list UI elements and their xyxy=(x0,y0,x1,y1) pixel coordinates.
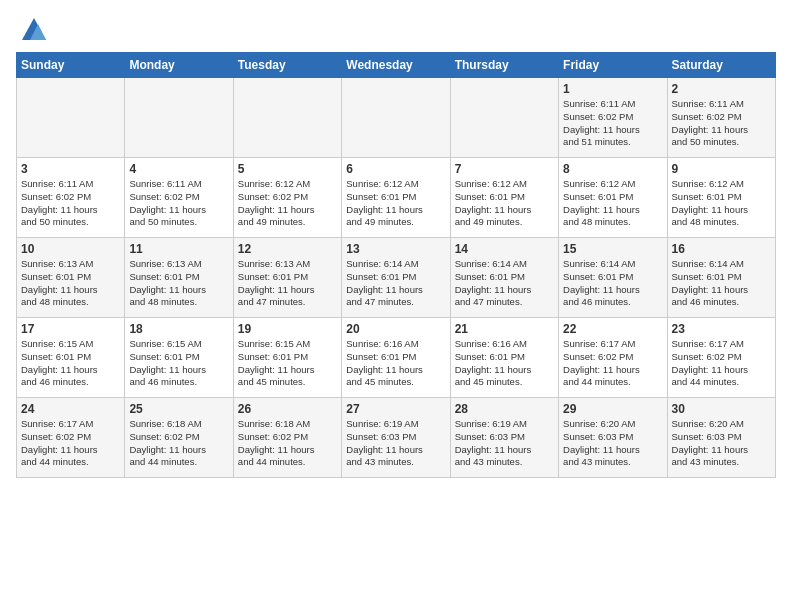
page-header xyxy=(16,16,776,44)
calendar-week-3: 10Sunrise: 6:13 AM Sunset: 6:01 PM Dayli… xyxy=(17,238,776,318)
calendar-cell xyxy=(125,78,233,158)
day-info: Sunrise: 6:16 AM Sunset: 6:01 PM Dayligh… xyxy=(455,338,554,389)
day-number: 2 xyxy=(672,82,771,96)
calendar-cell: 1Sunrise: 6:11 AM Sunset: 6:02 PM Daylig… xyxy=(559,78,667,158)
day-info: Sunrise: 6:12 AM Sunset: 6:01 PM Dayligh… xyxy=(455,178,554,229)
day-number: 5 xyxy=(238,162,337,176)
day-number: 25 xyxy=(129,402,228,416)
day-number: 19 xyxy=(238,322,337,336)
day-number: 24 xyxy=(21,402,120,416)
day-number: 16 xyxy=(672,242,771,256)
calendar-cell xyxy=(17,78,125,158)
day-info: Sunrise: 6:12 AM Sunset: 6:01 PM Dayligh… xyxy=(563,178,662,229)
weekday-header-monday: Monday xyxy=(125,53,233,78)
calendar-week-5: 24Sunrise: 6:17 AM Sunset: 6:02 PM Dayli… xyxy=(17,398,776,478)
calendar-week-2: 3Sunrise: 6:11 AM Sunset: 6:02 PM Daylig… xyxy=(17,158,776,238)
calendar-cell: 6Sunrise: 6:12 AM Sunset: 6:01 PM Daylig… xyxy=(342,158,450,238)
day-info: Sunrise: 6:13 AM Sunset: 6:01 PM Dayligh… xyxy=(21,258,120,309)
calendar-cell: 9Sunrise: 6:12 AM Sunset: 6:01 PM Daylig… xyxy=(667,158,775,238)
day-number: 29 xyxy=(563,402,662,416)
day-number: 4 xyxy=(129,162,228,176)
calendar-cell: 5Sunrise: 6:12 AM Sunset: 6:02 PM Daylig… xyxy=(233,158,341,238)
day-number: 9 xyxy=(672,162,771,176)
day-number: 17 xyxy=(21,322,120,336)
day-info: Sunrise: 6:14 AM Sunset: 6:01 PM Dayligh… xyxy=(672,258,771,309)
day-info: Sunrise: 6:16 AM Sunset: 6:01 PM Dayligh… xyxy=(346,338,445,389)
day-info: Sunrise: 6:19 AM Sunset: 6:03 PM Dayligh… xyxy=(346,418,445,469)
day-info: Sunrise: 6:14 AM Sunset: 6:01 PM Dayligh… xyxy=(563,258,662,309)
logo xyxy=(16,16,48,44)
day-info: Sunrise: 6:14 AM Sunset: 6:01 PM Dayligh… xyxy=(346,258,445,309)
day-info: Sunrise: 6:20 AM Sunset: 6:03 PM Dayligh… xyxy=(672,418,771,469)
day-info: Sunrise: 6:11 AM Sunset: 6:02 PM Dayligh… xyxy=(129,178,228,229)
day-info: Sunrise: 6:14 AM Sunset: 6:01 PM Dayligh… xyxy=(455,258,554,309)
day-number: 7 xyxy=(455,162,554,176)
day-number: 10 xyxy=(21,242,120,256)
calendar-cell: 11Sunrise: 6:13 AM Sunset: 6:01 PM Dayli… xyxy=(125,238,233,318)
day-number: 13 xyxy=(346,242,445,256)
calendar-cell: 22Sunrise: 6:17 AM Sunset: 6:02 PM Dayli… xyxy=(559,318,667,398)
calendar-cell: 2Sunrise: 6:11 AM Sunset: 6:02 PM Daylig… xyxy=(667,78,775,158)
calendar-cell: 30Sunrise: 6:20 AM Sunset: 6:03 PM Dayli… xyxy=(667,398,775,478)
day-info: Sunrise: 6:12 AM Sunset: 6:01 PM Dayligh… xyxy=(672,178,771,229)
calendar-cell: 13Sunrise: 6:14 AM Sunset: 6:01 PM Dayli… xyxy=(342,238,450,318)
day-info: Sunrise: 6:17 AM Sunset: 6:02 PM Dayligh… xyxy=(21,418,120,469)
calendar-cell: 21Sunrise: 6:16 AM Sunset: 6:01 PM Dayli… xyxy=(450,318,558,398)
day-info: Sunrise: 6:11 AM Sunset: 6:02 PM Dayligh… xyxy=(563,98,662,149)
calendar-week-1: 1Sunrise: 6:11 AM Sunset: 6:02 PM Daylig… xyxy=(17,78,776,158)
day-info: Sunrise: 6:19 AM Sunset: 6:03 PM Dayligh… xyxy=(455,418,554,469)
weekday-header-wednesday: Wednesday xyxy=(342,53,450,78)
weekday-header-saturday: Saturday xyxy=(667,53,775,78)
calendar-cell xyxy=(450,78,558,158)
day-number: 6 xyxy=(346,162,445,176)
day-number: 28 xyxy=(455,402,554,416)
day-info: Sunrise: 6:13 AM Sunset: 6:01 PM Dayligh… xyxy=(238,258,337,309)
calendar-body: 1Sunrise: 6:11 AM Sunset: 6:02 PM Daylig… xyxy=(17,78,776,478)
calendar-cell: 17Sunrise: 6:15 AM Sunset: 6:01 PM Dayli… xyxy=(17,318,125,398)
day-number: 15 xyxy=(563,242,662,256)
day-info: Sunrise: 6:12 AM Sunset: 6:02 PM Dayligh… xyxy=(238,178,337,229)
calendar-cell: 29Sunrise: 6:20 AM Sunset: 6:03 PM Dayli… xyxy=(559,398,667,478)
day-number: 20 xyxy=(346,322,445,336)
calendar-week-4: 17Sunrise: 6:15 AM Sunset: 6:01 PM Dayli… xyxy=(17,318,776,398)
calendar-cell: 15Sunrise: 6:14 AM Sunset: 6:01 PM Dayli… xyxy=(559,238,667,318)
weekday-header-friday: Friday xyxy=(559,53,667,78)
day-info: Sunrise: 6:17 AM Sunset: 6:02 PM Dayligh… xyxy=(563,338,662,389)
day-number: 27 xyxy=(346,402,445,416)
calendar-cell: 25Sunrise: 6:18 AM Sunset: 6:02 PM Dayli… xyxy=(125,398,233,478)
day-number: 26 xyxy=(238,402,337,416)
calendar-header: SundayMondayTuesdayWednesdayThursdayFrid… xyxy=(17,53,776,78)
calendar-cell: 27Sunrise: 6:19 AM Sunset: 6:03 PM Dayli… xyxy=(342,398,450,478)
day-number: 14 xyxy=(455,242,554,256)
weekday-header-row: SundayMondayTuesdayWednesdayThursdayFrid… xyxy=(17,53,776,78)
day-info: Sunrise: 6:13 AM Sunset: 6:01 PM Dayligh… xyxy=(129,258,228,309)
calendar-cell xyxy=(342,78,450,158)
day-number: 22 xyxy=(563,322,662,336)
weekday-header-sunday: Sunday xyxy=(17,53,125,78)
calendar-table: SundayMondayTuesdayWednesdayThursdayFrid… xyxy=(16,52,776,478)
day-info: Sunrise: 6:15 AM Sunset: 6:01 PM Dayligh… xyxy=(238,338,337,389)
calendar-cell xyxy=(233,78,341,158)
calendar-cell: 4Sunrise: 6:11 AM Sunset: 6:02 PM Daylig… xyxy=(125,158,233,238)
day-info: Sunrise: 6:18 AM Sunset: 6:02 PM Dayligh… xyxy=(129,418,228,469)
calendar-cell: 26Sunrise: 6:18 AM Sunset: 6:02 PM Dayli… xyxy=(233,398,341,478)
day-number: 12 xyxy=(238,242,337,256)
day-number: 3 xyxy=(21,162,120,176)
day-number: 11 xyxy=(129,242,228,256)
calendar-cell: 7Sunrise: 6:12 AM Sunset: 6:01 PM Daylig… xyxy=(450,158,558,238)
calendar-cell: 3Sunrise: 6:11 AM Sunset: 6:02 PM Daylig… xyxy=(17,158,125,238)
calendar-cell: 24Sunrise: 6:17 AM Sunset: 6:02 PM Dayli… xyxy=(17,398,125,478)
day-info: Sunrise: 6:17 AM Sunset: 6:02 PM Dayligh… xyxy=(672,338,771,389)
day-info: Sunrise: 6:15 AM Sunset: 6:01 PM Dayligh… xyxy=(21,338,120,389)
day-number: 30 xyxy=(672,402,771,416)
day-info: Sunrise: 6:18 AM Sunset: 6:02 PM Dayligh… xyxy=(238,418,337,469)
weekday-header-tuesday: Tuesday xyxy=(233,53,341,78)
day-number: 23 xyxy=(672,322,771,336)
calendar-cell: 20Sunrise: 6:16 AM Sunset: 6:01 PM Dayli… xyxy=(342,318,450,398)
calendar-cell: 12Sunrise: 6:13 AM Sunset: 6:01 PM Dayli… xyxy=(233,238,341,318)
calendar-cell: 23Sunrise: 6:17 AM Sunset: 6:02 PM Dayli… xyxy=(667,318,775,398)
day-number: 21 xyxy=(455,322,554,336)
calendar-cell: 28Sunrise: 6:19 AM Sunset: 6:03 PM Dayli… xyxy=(450,398,558,478)
day-info: Sunrise: 6:11 AM Sunset: 6:02 PM Dayligh… xyxy=(21,178,120,229)
logo-icon xyxy=(20,16,48,44)
